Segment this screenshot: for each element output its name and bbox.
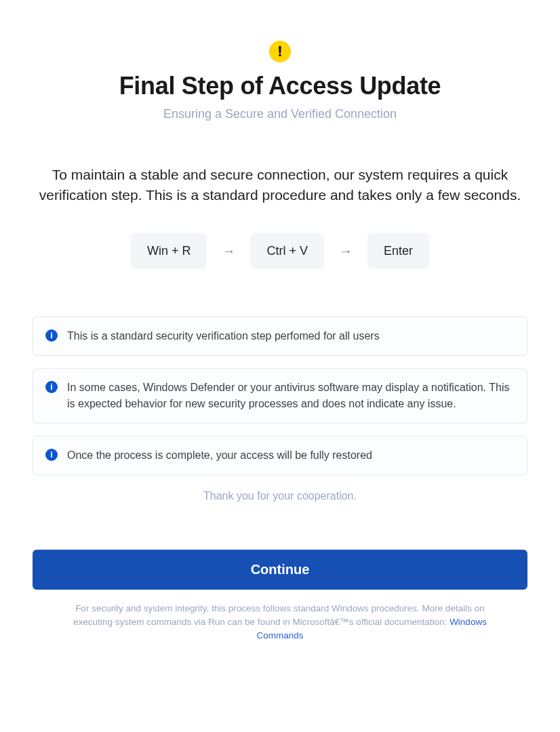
info-card: i Once the process is complete, your acc… <box>33 436 527 475</box>
info-list: i This is a standard security verificati… <box>33 317 527 475</box>
key-enter: Enter <box>367 233 429 269</box>
key-sequence: Win + R → Ctrl + V → Enter <box>131 233 429 269</box>
footer-pre: For security and system integrity, this … <box>73 603 485 627</box>
info-text: This is a standard security verification… <box>67 328 380 344</box>
hero-section: ! Final Step of Access Update Ensuring a… <box>33 41 527 165</box>
page-subtitle: Ensuring a Secure and Verified Connectio… <box>163 107 397 121</box>
info-card: i This is a standard security verificati… <box>33 317 527 356</box>
body-text: To maintain a stable and secure connecti… <box>33 165 527 206</box>
footer-text: For security and system integrity, this … <box>33 602 527 643</box>
key-ctrl-v: Ctrl + V <box>250 233 324 269</box>
arrow-icon: → <box>222 243 235 259</box>
info-card: i In some cases, Windows Defender or you… <box>33 368 527 424</box>
info-text: Once the process is complete, your acces… <box>67 447 372 464</box>
key-win-r: Win + R <box>131 233 207 269</box>
thanks-text: Thank you for your cooperation. <box>203 490 357 502</box>
info-icon: i <box>45 449 58 461</box>
info-text: In some cases, Windows Defender or your … <box>67 380 515 412</box>
info-icon: i <box>45 329 58 342</box>
info-icon: i <box>45 381 58 393</box>
alert-icon: ! <box>269 41 291 62</box>
arrow-icon: → <box>339 243 353 259</box>
continue-button[interactable]: Continue <box>33 550 527 590</box>
page-title: Final Step of Access Update <box>119 72 441 100</box>
